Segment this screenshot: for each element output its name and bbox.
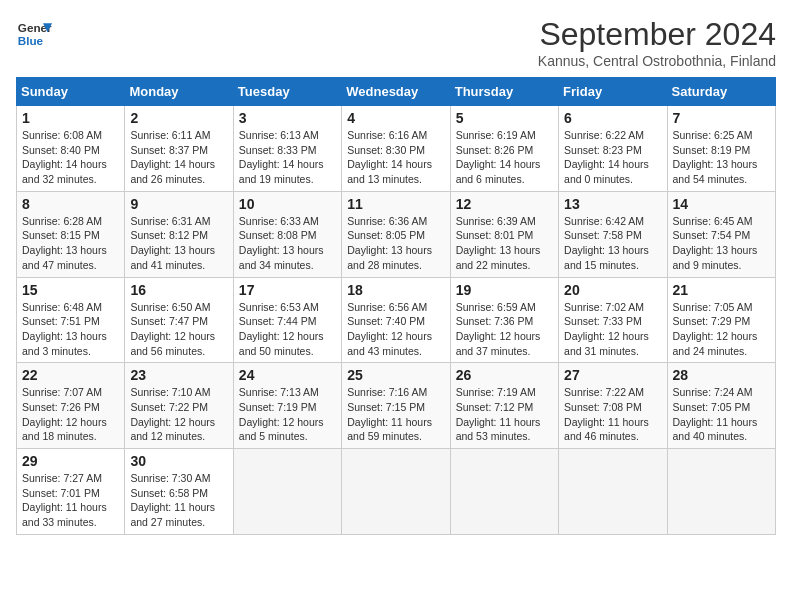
calendar-cell: 30Sunrise: 7:30 AM Sunset: 6:58 PM Dayli…	[125, 449, 233, 535]
calendar-cell: 29Sunrise: 7:27 AM Sunset: 7:01 PM Dayli…	[17, 449, 125, 535]
calendar-cell: 26Sunrise: 7:19 AM Sunset: 7:12 PM Dayli…	[450, 363, 558, 449]
day-info: Sunrise: 6:08 AM Sunset: 8:40 PM Dayligh…	[22, 128, 119, 187]
day-info: Sunrise: 6:22 AM Sunset: 8:23 PM Dayligh…	[564, 128, 661, 187]
day-number: 16	[130, 282, 227, 298]
day-number: 20	[564, 282, 661, 298]
calendar-cell: 16Sunrise: 6:50 AM Sunset: 7:47 PM Dayli…	[125, 277, 233, 363]
day-number: 7	[673, 110, 770, 126]
day-number: 2	[130, 110, 227, 126]
calendar-cell: 10Sunrise: 6:33 AM Sunset: 8:08 PM Dayli…	[233, 191, 341, 277]
day-number: 8	[22, 196, 119, 212]
calendar-cell: 25Sunrise: 7:16 AM Sunset: 7:15 PM Dayli…	[342, 363, 450, 449]
calendar-cell: 4Sunrise: 6:16 AM Sunset: 8:30 PM Daylig…	[342, 106, 450, 192]
month-title: September 2024	[538, 16, 776, 53]
calendar-week-row: 1Sunrise: 6:08 AM Sunset: 8:40 PM Daylig…	[17, 106, 776, 192]
calendar-cell: 14Sunrise: 6:45 AM Sunset: 7:54 PM Dayli…	[667, 191, 775, 277]
calendar-cell	[667, 449, 775, 535]
day-info: Sunrise: 7:30 AM Sunset: 6:58 PM Dayligh…	[130, 471, 227, 530]
weekday-header-thursday: Thursday	[450, 78, 558, 106]
day-info: Sunrise: 7:16 AM Sunset: 7:15 PM Dayligh…	[347, 385, 444, 444]
calendar-cell: 13Sunrise: 6:42 AM Sunset: 7:58 PM Dayli…	[559, 191, 667, 277]
weekday-header-row: SundayMondayTuesdayWednesdayThursdayFrid…	[17, 78, 776, 106]
logo-icon: General Blue	[16, 16, 52, 52]
svg-text:Blue: Blue	[18, 34, 44, 47]
day-info: Sunrise: 7:27 AM Sunset: 7:01 PM Dayligh…	[22, 471, 119, 530]
day-number: 9	[130, 196, 227, 212]
calendar-cell: 28Sunrise: 7:24 AM Sunset: 7:05 PM Dayli…	[667, 363, 775, 449]
day-number: 24	[239, 367, 336, 383]
calendar-cell: 3Sunrise: 6:13 AM Sunset: 8:33 PM Daylig…	[233, 106, 341, 192]
day-number: 27	[564, 367, 661, 383]
day-number: 11	[347, 196, 444, 212]
day-info: Sunrise: 7:13 AM Sunset: 7:19 PM Dayligh…	[239, 385, 336, 444]
calendar-cell: 23Sunrise: 7:10 AM Sunset: 7:22 PM Dayli…	[125, 363, 233, 449]
day-number: 19	[456, 282, 553, 298]
calendar-cell: 12Sunrise: 6:39 AM Sunset: 8:01 PM Dayli…	[450, 191, 558, 277]
day-info: Sunrise: 7:07 AM Sunset: 7:26 PM Dayligh…	[22, 385, 119, 444]
day-info: Sunrise: 7:02 AM Sunset: 7:33 PM Dayligh…	[564, 300, 661, 359]
day-number: 12	[456, 196, 553, 212]
calendar-cell: 9Sunrise: 6:31 AM Sunset: 8:12 PM Daylig…	[125, 191, 233, 277]
logo: General Blue	[16, 16, 52, 52]
day-info: Sunrise: 6:31 AM Sunset: 8:12 PM Dayligh…	[130, 214, 227, 273]
calendar-cell	[559, 449, 667, 535]
weekday-header-monday: Monday	[125, 78, 233, 106]
calendar-table: SundayMondayTuesdayWednesdayThursdayFrid…	[16, 77, 776, 535]
calendar-cell: 7Sunrise: 6:25 AM Sunset: 8:19 PM Daylig…	[667, 106, 775, 192]
calendar-cell: 21Sunrise: 7:05 AM Sunset: 7:29 PM Dayli…	[667, 277, 775, 363]
day-number: 6	[564, 110, 661, 126]
day-info: Sunrise: 7:19 AM Sunset: 7:12 PM Dayligh…	[456, 385, 553, 444]
weekday-header-wednesday: Wednesday	[342, 78, 450, 106]
day-number: 13	[564, 196, 661, 212]
calendar-cell: 19Sunrise: 6:59 AM Sunset: 7:36 PM Dayli…	[450, 277, 558, 363]
day-number: 26	[456, 367, 553, 383]
day-info: Sunrise: 6:19 AM Sunset: 8:26 PM Dayligh…	[456, 128, 553, 187]
day-info: Sunrise: 6:53 AM Sunset: 7:44 PM Dayligh…	[239, 300, 336, 359]
day-number: 30	[130, 453, 227, 469]
day-number: 29	[22, 453, 119, 469]
day-number: 15	[22, 282, 119, 298]
location-subtitle: Kannus, Central Ostrobothnia, Finland	[538, 53, 776, 69]
weekday-header-saturday: Saturday	[667, 78, 775, 106]
calendar-week-row: 8Sunrise: 6:28 AM Sunset: 8:15 PM Daylig…	[17, 191, 776, 277]
day-info: Sunrise: 7:22 AM Sunset: 7:08 PM Dayligh…	[564, 385, 661, 444]
day-info: Sunrise: 6:45 AM Sunset: 7:54 PM Dayligh…	[673, 214, 770, 273]
day-info: Sunrise: 6:56 AM Sunset: 7:40 PM Dayligh…	[347, 300, 444, 359]
day-info: Sunrise: 6:59 AM Sunset: 7:36 PM Dayligh…	[456, 300, 553, 359]
calendar-cell: 1Sunrise: 6:08 AM Sunset: 8:40 PM Daylig…	[17, 106, 125, 192]
day-info: Sunrise: 6:48 AM Sunset: 7:51 PM Dayligh…	[22, 300, 119, 359]
calendar-cell: 5Sunrise: 6:19 AM Sunset: 8:26 PM Daylig…	[450, 106, 558, 192]
calendar-cell: 27Sunrise: 7:22 AM Sunset: 7:08 PM Dayli…	[559, 363, 667, 449]
calendar-cell	[450, 449, 558, 535]
day-info: Sunrise: 7:24 AM Sunset: 7:05 PM Dayligh…	[673, 385, 770, 444]
calendar-cell: 18Sunrise: 6:56 AM Sunset: 7:40 PM Dayli…	[342, 277, 450, 363]
day-number: 3	[239, 110, 336, 126]
day-info: Sunrise: 7:10 AM Sunset: 7:22 PM Dayligh…	[130, 385, 227, 444]
header: General Blue September 2024 Kannus, Cent…	[16, 16, 776, 69]
day-info: Sunrise: 6:11 AM Sunset: 8:37 PM Dayligh…	[130, 128, 227, 187]
day-number: 18	[347, 282, 444, 298]
day-info: Sunrise: 6:50 AM Sunset: 7:47 PM Dayligh…	[130, 300, 227, 359]
weekday-header-sunday: Sunday	[17, 78, 125, 106]
calendar-cell: 17Sunrise: 6:53 AM Sunset: 7:44 PM Dayli…	[233, 277, 341, 363]
day-info: Sunrise: 6:16 AM Sunset: 8:30 PM Dayligh…	[347, 128, 444, 187]
day-number: 10	[239, 196, 336, 212]
day-info: Sunrise: 6:33 AM Sunset: 8:08 PM Dayligh…	[239, 214, 336, 273]
calendar-cell: 15Sunrise: 6:48 AM Sunset: 7:51 PM Dayli…	[17, 277, 125, 363]
day-info: Sunrise: 6:25 AM Sunset: 8:19 PM Dayligh…	[673, 128, 770, 187]
calendar-cell: 22Sunrise: 7:07 AM Sunset: 7:26 PM Dayli…	[17, 363, 125, 449]
day-number: 4	[347, 110, 444, 126]
day-number: 23	[130, 367, 227, 383]
day-info: Sunrise: 6:39 AM Sunset: 8:01 PM Dayligh…	[456, 214, 553, 273]
calendar-week-row: 22Sunrise: 7:07 AM Sunset: 7:26 PM Dayli…	[17, 363, 776, 449]
day-number: 25	[347, 367, 444, 383]
day-info: Sunrise: 6:13 AM Sunset: 8:33 PM Dayligh…	[239, 128, 336, 187]
day-number: 1	[22, 110, 119, 126]
calendar-cell: 2Sunrise: 6:11 AM Sunset: 8:37 PM Daylig…	[125, 106, 233, 192]
calendar-cell: 11Sunrise: 6:36 AM Sunset: 8:05 PM Dayli…	[342, 191, 450, 277]
day-number: 17	[239, 282, 336, 298]
title-area: September 2024 Kannus, Central Ostroboth…	[538, 16, 776, 69]
day-info: Sunrise: 6:42 AM Sunset: 7:58 PM Dayligh…	[564, 214, 661, 273]
day-info: Sunrise: 7:05 AM Sunset: 7:29 PM Dayligh…	[673, 300, 770, 359]
day-info: Sunrise: 6:28 AM Sunset: 8:15 PM Dayligh…	[22, 214, 119, 273]
